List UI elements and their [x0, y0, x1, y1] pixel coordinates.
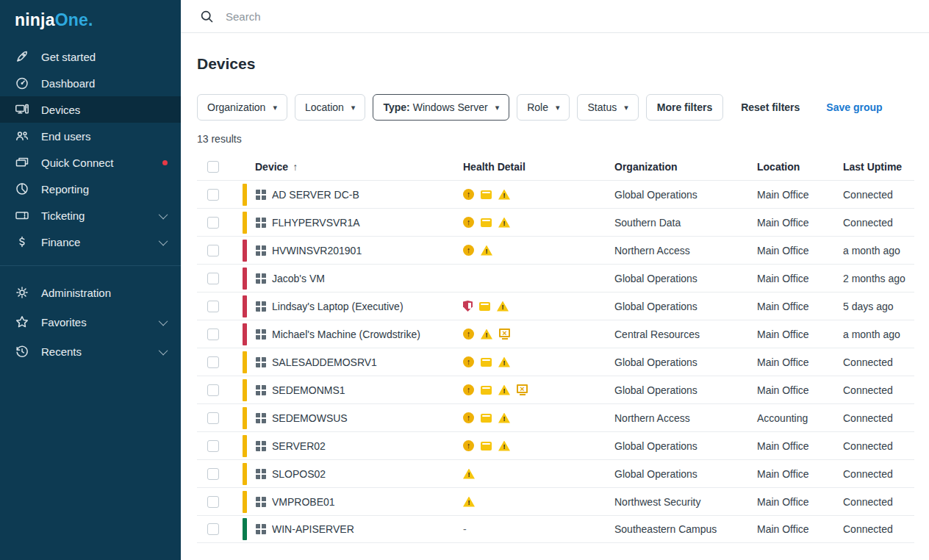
sidebar-item-quick-connect[interactable]: Quick Connect [0, 149, 181, 176]
reset-filters-link[interactable]: Reset filters [741, 101, 800, 113]
save-group-link[interactable]: Save group [826, 101, 882, 113]
sidebar-item-administration[interactable]: Administration [0, 278, 181, 307]
table-row[interactable]: Jacob's VM Global Operations Main Office… [197, 264, 914, 292]
software-patch-icon[interactable] [479, 302, 490, 311]
table-row[interactable]: SLOPOS02 Global Operations Main Office C… [197, 459, 914, 487]
device-cell[interactable]: Lindsay's Laptop (Executive) [243, 292, 463, 320]
antivirus-icon[interactable] [463, 301, 473, 312]
column-header-organization[interactable]: Organization [614, 161, 757, 173]
device-cell[interactable]: AD SERVER DC-B [243, 181, 463, 208]
warning-icon[interactable] [498, 357, 510, 367]
sidebar-item-reporting[interactable]: Reporting [0, 176, 181, 202]
row-checkbox[interactable] [207, 440, 219, 452]
os-patch-icon[interactable] [463, 356, 474, 367]
sidebar-item-favorites[interactable]: Favorites [0, 307, 181, 337]
table-row[interactable]: FLHYPERVSVR1A Southern Data Main Office … [197, 208, 914, 236]
column-header-health[interactable]: Health Detail [463, 161, 614, 173]
column-header-last-uptime[interactable]: Last Uptime [843, 161, 914, 173]
warning-icon[interactable] [463, 469, 475, 479]
warning-icon[interactable] [498, 441, 510, 451]
software-patch-icon[interactable] [481, 386, 492, 395]
device-name[interactable]: HVWINSVR201901 [272, 245, 362, 256]
table-row[interactable]: SALESADDEMOSRV1 Global Operations Main O… [197, 348, 914, 376]
sidebar-item-get-started[interactable]: Get started [0, 43, 181, 70]
row-checkbox[interactable] [207, 412, 219, 424]
table-row[interactable]: VMPROBE01 Northwest Security Main Office… [197, 487, 914, 515]
warning-icon[interactable] [498, 385, 510, 395]
filter-pill-location[interactable]: Location ▾ [295, 94, 365, 121]
sidebar-item-finance[interactable]: Finance [0, 229, 181, 255]
warning-icon[interactable] [498, 218, 510, 228]
filter-pill-windows-server[interactable]: Type: Windows Server ▾ [373, 94, 509, 121]
software-patch-icon[interactable] [481, 414, 492, 423]
table-row[interactable]: SEDEMONMS1 Global Operations Main Office… [197, 376, 914, 403]
os-patch-icon[interactable] [463, 329, 474, 340]
column-header-device[interactable]: Device↑ [243, 161, 463, 173]
row-checkbox[interactable] [207, 329, 219, 340]
row-checkbox[interactable] [207, 468, 219, 480]
sidebar-item-recents[interactable]: Recents [0, 337, 181, 366]
table-row[interactable]: Lindsay's Laptop (Executive) Global Oper… [197, 292, 914, 320]
filter-pill-role[interactable]: Role ▾ [517, 94, 570, 121]
device-name[interactable]: SERVER02 [272, 440, 326, 452]
device-cell[interactable]: SLOPOS02 [243, 460, 463, 487]
device-cell[interactable]: VMPROBE01 [243, 488, 463, 515]
display-offline-icon[interactable] [499, 329, 510, 337]
filter-pill-organization[interactable]: Organization ▾ [197, 94, 287, 121]
os-patch-icon[interactable] [463, 384, 474, 395]
device-cell[interactable]: SERVER02 [243, 432, 463, 459]
row-checkbox[interactable] [207, 496, 219, 508]
os-patch-icon[interactable] [463, 189, 474, 200]
device-name[interactable]: SALESADDEMOSRV1 [272, 356, 377, 368]
sidebar-item-end-users[interactable]: End users [0, 123, 181, 149]
os-patch-icon[interactable] [463, 245, 474, 256]
table-row[interactable]: SEDEMOWSUS Northern Access Accounting Co… [197, 403, 914, 431]
device-cell[interactable]: SEDEMOWSUS [243, 404, 463, 431]
device-cell[interactable]: Michael's Machine (Crowdstrike) [243, 320, 463, 348]
warning-icon[interactable] [481, 329, 492, 340]
warning-icon[interactable] [498, 190, 510, 200]
device-name[interactable]: SLOPOS02 [272, 468, 326, 480]
software-patch-icon[interactable] [481, 358, 492, 367]
device-cell[interactable]: Jacob's VM [243, 265, 463, 292]
device-name[interactable]: Jacob's VM [272, 273, 325, 284]
software-patch-icon[interactable] [481, 442, 492, 450]
table-row[interactable]: SERVER02 Global Operations Main Office C… [197, 431, 914, 459]
row-checkbox[interactable] [207, 273, 219, 284]
more-filters-button[interactable]: More filters [646, 94, 723, 121]
filter-pill-status[interactable]: Status ▾ [577, 94, 638, 121]
device-name[interactable]: Michael's Machine (Crowdstrike) [272, 329, 420, 340]
row-checkbox[interactable] [207, 356, 219, 368]
row-checkbox[interactable] [207, 245, 219, 256]
warning-icon[interactable] [463, 497, 475, 507]
column-header-location[interactable]: Location [757, 161, 843, 173]
row-checkbox[interactable] [207, 384, 219, 396]
table-row[interactable]: HVWINSVR201901 Northern Access Main Offi… [197, 236, 914, 264]
device-cell[interactable]: FLHYPERVSVR1A [243, 209, 463, 236]
device-cell[interactable]: SEDEMONMS1 [243, 376, 463, 403]
row-checkbox[interactable] [207, 523, 219, 535]
table-row[interactable]: AD SERVER DC-B Global Operations Main Of… [197, 180, 914, 208]
warning-icon[interactable] [481, 245, 492, 256]
device-cell[interactable]: WIN-APISERVER [243, 516, 463, 542]
software-patch-icon[interactable] [481, 190, 492, 199]
row-checkbox[interactable] [207, 217, 219, 229]
device-name[interactable]: AD SERVER DC-B [272, 189, 359, 201]
device-name[interactable]: SEDEMONMS1 [272, 384, 345, 396]
display-offline-icon[interactable] [517, 384, 528, 393]
table-row[interactable]: Michael's Machine (Crowdstrike) Central … [197, 320, 914, 348]
warning-icon[interactable] [498, 413, 510, 423]
sidebar-item-ticketing[interactable]: Ticketing [0, 202, 181, 229]
device-name[interactable]: WIN-APISERVER [272, 523, 354, 535]
device-cell[interactable]: HVWINSVR201901 [243, 237, 463, 264]
select-all-checkbox[interactable] [207, 161, 219, 173]
device-name[interactable]: SEDEMOWSUS [272, 412, 348, 424]
table-row[interactable]: WIN-APISERVER - Southeastern Campus Main… [197, 515, 914, 543]
software-patch-icon[interactable] [481, 218, 492, 227]
sidebar-item-devices[interactable]: Devices [0, 96, 181, 123]
os-patch-icon[interactable] [463, 440, 474, 451]
device-name[interactable]: FLHYPERVSVR1A [272, 217, 360, 229]
device-cell[interactable]: SALESADDEMOSRV1 [243, 348, 463, 376]
search-input[interactable] [226, 10, 593, 23]
sidebar-item-dashboard[interactable]: Dashboard [0, 70, 181, 96]
